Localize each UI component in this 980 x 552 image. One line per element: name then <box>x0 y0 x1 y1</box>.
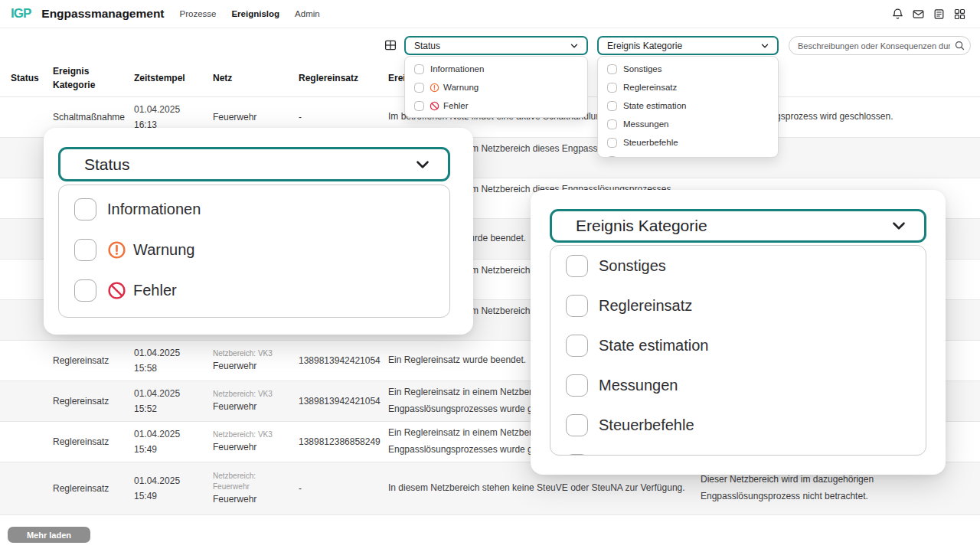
checkbox[interactable] <box>607 156 617 158</box>
netz-subtext: Netzbereich: VK3 <box>213 430 285 440</box>
checkbox[interactable] <box>566 295 588 317</box>
cell-reglereinsatz: 1389813942421054 <box>299 396 388 407</box>
checkbox[interactable] <box>566 335 588 357</box>
checkbox[interactable] <box>566 374 588 397</box>
kategorie-option-partial[interactable] <box>598 152 778 158</box>
kategorie-option-messungen[interactable]: Messungen <box>550 365 926 405</box>
kategorie-option-reglereinsatz[interactable]: Reglereinsatz <box>550 286 926 325</box>
checkbox[interactable] <box>607 119 617 129</box>
chevron-down-icon <box>889 216 909 236</box>
netz-subtext: Netzbereich: VK3 <box>213 348 285 359</box>
nav-item-prozesse[interactable]: Prozesse <box>180 9 217 18</box>
kategorie-option-sonstiges[interactable]: Sonstiges <box>550 246 926 286</box>
nav-item-admin[interactable]: Admin <box>295 9 320 18</box>
bell-icon[interactable] <box>890 7 904 21</box>
kategorie-option-steuerbefehle[interactable]: Steuerbefehle <box>550 405 926 445</box>
table-grid-icon[interactable] <box>384 38 397 52</box>
cell-reglereinsatz: 1389812386858249 <box>299 436 388 447</box>
option-label: Warnung <box>133 241 194 259</box>
load-more-button[interactable]: Mehr laden <box>8 527 90 543</box>
kategorie-option-partial[interactable] <box>550 445 926 456</box>
kategorie-dropdown-zoomed[interactable]: Ereignis Kategorie <box>550 209 926 243</box>
cell-konsequenz: Dieser Netzbereich wird im dazugehörigen… <box>701 472 969 505</box>
error-icon <box>107 281 126 300</box>
option-label: Sonstiges <box>599 257 666 275</box>
error-icon <box>430 101 439 111</box>
netz-text: Feuerwehr <box>213 492 285 506</box>
kategorie-option-state-estimation[interactable]: State estimation <box>550 325 926 365</box>
option-label: Messungen <box>623 119 668 129</box>
search-input[interactable] <box>789 36 971 55</box>
cell-netz: Netzbereich: VK3Feuerwehr <box>213 348 299 373</box>
mail-icon[interactable] <box>911 7 925 21</box>
log-icon[interactable] <box>932 7 946 21</box>
checkbox[interactable] <box>414 101 424 111</box>
col-header-zeitstempel: Zeitstempel <box>134 71 213 85</box>
cell-netz: Netzbereich: VK3Feuerwehr <box>213 389 299 413</box>
checkbox[interactable] <box>566 255 588 277</box>
status-filter-panel: Informationen Warnung Fehler <box>404 56 588 118</box>
search-icon <box>954 40 965 51</box>
kategorie-option-steuerbefehle[interactable]: Steuerbefehle <box>598 133 778 152</box>
kategorie-filter-panel: Sonstiges Reglereinsatz State estimation… <box>597 56 779 158</box>
kategorie-dropdown-zoom-card: Ereignis Kategorie Sonstiges Reglereinsa… <box>531 190 946 475</box>
option-label: Sonstiges <box>623 64 662 73</box>
netz-text: Feuerwehr <box>213 400 285 413</box>
checkbox[interactable] <box>607 101 617 111</box>
app-title: Engpassmanagement <box>41 7 164 21</box>
option-label: Informationen <box>430 64 484 73</box>
checkbox[interactable] <box>74 239 96 261</box>
kategorie-option-reglereinsatz[interactable]: Reglereinsatz <box>598 78 778 96</box>
kategorie-option-sonstiges[interactable]: Sonstiges <box>598 60 778 78</box>
engpassmanagement-app: IGP Engpassmanagement Prozesse Ereignisl… <box>0 0 980 552</box>
top-bar: IGP Engpassmanagement Prozesse Ereignisl… <box>0 0 980 28</box>
option-label: State estimation <box>623 101 686 110</box>
kategorie-dropdown-label: Ereignis Kategorie <box>576 217 707 235</box>
status-option-warnung[interactable]: Warnung <box>405 78 587 96</box>
chevron-down-icon <box>760 41 770 51</box>
option-label: Warnung <box>443 83 479 92</box>
netz-text: Feuerwehr <box>213 359 285 373</box>
kategorie-option-messungen[interactable]: Messungen <box>598 115 778 133</box>
cell-netz: Netzbereich: FeuerwehrFeuerwehr <box>213 471 299 506</box>
col-header-kategorie: Ereignis Kategorie <box>53 64 134 92</box>
checkbox[interactable] <box>414 64 424 74</box>
checkbox[interactable] <box>74 198 96 220</box>
kategorie-filter-label: Ereignis Kategorie <box>607 41 682 51</box>
cell-kategorie: Reglereinsatz <box>53 483 134 494</box>
checkbox[interactable] <box>566 454 588 456</box>
cell-kategorie: Reglereinsatz <box>53 396 134 407</box>
status-options-panel-zoomed: Informationen Warnung Fehler <box>58 185 450 318</box>
status-dropdown-label: Status <box>84 155 130 174</box>
warning-icon <box>430 83 439 93</box>
checkbox[interactable] <box>74 279 96 302</box>
warning-icon <box>107 240 126 260</box>
status-option-warnung[interactable]: Warnung <box>59 230 449 270</box>
checkbox[interactable] <box>566 414 588 436</box>
cell-reglereinsatz: - <box>299 112 388 122</box>
kategorie-filter-dropdown[interactable]: Ereignis Kategorie <box>597 36 779 55</box>
status-dropdown-zoomed[interactable]: Status <box>58 147 450 181</box>
checkbox[interactable] <box>607 138 617 148</box>
option-label: Reglereinsatz <box>599 297 692 315</box>
checkbox[interactable] <box>607 83 617 93</box>
cell-zeitstempel: 01.04.2025 15:49 <box>134 426 213 458</box>
status-option-fehler[interactable]: Fehler <box>405 96 587 115</box>
option-label: Steuerbefehle <box>599 416 694 434</box>
status-option-fehler[interactable]: Fehler <box>59 270 449 311</box>
nav-item-ereignislog[interactable]: Ereignislog <box>231 9 279 18</box>
cell-zeitstempel: 01.04.2025 15:49 <box>134 473 213 505</box>
checkbox[interactable] <box>414 83 424 93</box>
col-header-status: Status <box>11 71 53 85</box>
option-label: Fehler <box>133 282 177 299</box>
kategorie-option-state-estimation[interactable]: State estimation <box>598 96 778 115</box>
checkbox[interactable] <box>607 64 617 74</box>
status-filter-dropdown[interactable]: Status <box>404 36 588 55</box>
apps-grid-icon[interactable] <box>952 7 966 21</box>
netz-subtext: Netzbereich: Feuerwehr <box>213 471 285 492</box>
netz-text: Feuerwehr <box>213 110 285 124</box>
company-logo[interactable]: IGP <box>11 6 31 21</box>
cell-reglereinsatz: - <box>299 483 388 494</box>
status-option-informationen[interactable]: Informationen <box>405 60 587 78</box>
status-option-informationen[interactable]: Informationen <box>59 189 449 230</box>
